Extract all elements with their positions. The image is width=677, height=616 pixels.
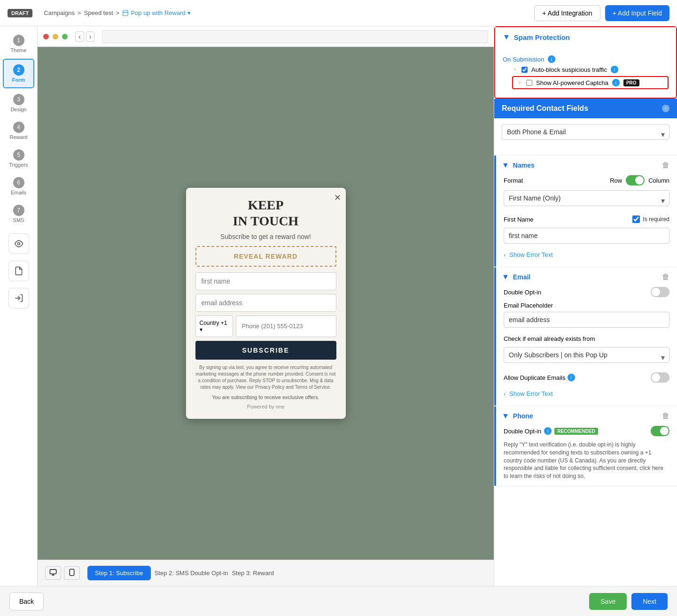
first-name-field-input[interactable] bbox=[504, 228, 669, 244]
popup-title: KEEPIN TOUCH bbox=[195, 197, 336, 229]
sidebar-item-triggers[interactable]: 5 Triggers bbox=[0, 145, 37, 172]
names-show-error[interactable]: › Show Error Text bbox=[504, 248, 669, 261]
svg-rect-4 bbox=[50, 570, 56, 574]
double-optin-label: Double Opt-in bbox=[504, 289, 541, 296]
steps-bar: Step 1: Subscribe Step 2: SMS Double Opt… bbox=[38, 560, 494, 586]
popup-modal: ✕ KEEPIN TOUCH Subscribe to get a reward… bbox=[186, 188, 346, 418]
allow-duplicates-toggle[interactable] bbox=[651, 372, 669, 383]
names-delete-icon[interactable]: 🗑 bbox=[662, 161, 669, 169]
double-optin-toggle[interactable] bbox=[651, 287, 669, 297]
on-submission-label: On Submission bbox=[503, 56, 544, 63]
spam-protection-title: Spam Protection bbox=[514, 33, 570, 41]
reveal-reward-button[interactable]: REVEAL REWARD bbox=[195, 246, 336, 267]
recommended-badge: RECOMMENDED bbox=[554, 428, 598, 435]
phone-double-optin-row: Double Opt-in i RECOMMENDED bbox=[504, 427, 598, 435]
format-row-label: Row bbox=[610, 177, 622, 184]
captcha-checkbox[interactable] bbox=[526, 80, 532, 86]
dot-red bbox=[43, 34, 49, 39]
sidebar-item-sms[interactable]: 7 SMS bbox=[0, 200, 37, 228]
dot-yellow bbox=[53, 34, 58, 39]
popup-close-button[interactable]: ✕ bbox=[334, 192, 341, 203]
email-placeholder-label: Email Placeholder bbox=[504, 302, 669, 309]
email-section-title: Email bbox=[513, 273, 530, 281]
popup-subtitle: Subscribe to get a reward now! bbox=[195, 233, 336, 240]
sidebar-item-theme[interactable]: 1 Theme bbox=[0, 30, 37, 58]
signin-icon-button[interactable] bbox=[8, 288, 29, 308]
powered-by: Powered by one bbox=[195, 404, 336, 409]
required-contact-fields-title: Required Contact Fields bbox=[502, 104, 658, 113]
first-name-required-checkbox[interactable] bbox=[632, 216, 640, 223]
pro-badge: PRO bbox=[623, 79, 639, 86]
step1-button[interactable]: Step 1: Subscribe bbox=[87, 566, 151, 580]
sidebar-item-emails[interactable]: 6 Emails bbox=[0, 172, 37, 200]
check-email-select[interactable]: Only Subscribers | on this Pop Up bbox=[504, 347, 669, 363]
document-icon-button[interactable] bbox=[8, 261, 29, 281]
preview-icon-button[interactable] bbox=[8, 233, 29, 254]
preview-content: ✕ KEEPIN TOUCH Subscribe to get a reward… bbox=[38, 47, 494, 560]
country-select[interactable]: Country +1 ▾ bbox=[195, 316, 233, 337]
phone-section-title: Phone bbox=[513, 412, 533, 420]
nav-forward-button[interactable]: › bbox=[86, 31, 95, 42]
preview-area: ‹ › ✕ KEEPIN TOUCH Subscribe to get a re… bbox=[38, 26, 494, 586]
phone-delete-icon[interactable]: 🗑 bbox=[662, 412, 669, 420]
email-show-error[interactable]: › Show Error Text bbox=[504, 387, 669, 400]
names-title: Names bbox=[513, 162, 535, 169]
breadcrumb-speed-test: Speed test bbox=[84, 9, 113, 16]
sidebar-item-reward[interactable]: 4 Reward bbox=[0, 117, 37, 145]
auto-block-info-icon[interactable]: i bbox=[611, 66, 618, 73]
breadcrumb-current: Pop up with Reward bbox=[131, 9, 185, 16]
name-format-select[interactable]: First Name (Only) Last Name (Only) First… bbox=[504, 190, 669, 206]
first-name-field-label: First Name bbox=[504, 216, 534, 223]
breadcrumb-campaigns: Campaigns bbox=[44, 9, 75, 16]
phone-input[interactable] bbox=[236, 316, 336, 337]
next-button[interactable]: Next bbox=[631, 593, 668, 610]
required-contact-fields-header: Required Contact Fields i bbox=[494, 99, 677, 118]
popup-offers: You are subscribing to receive exclusive… bbox=[195, 394, 336, 400]
sidebar: 1 Theme 2 Form 3 Design 4 Reward 5 Trigg… bbox=[0, 26, 38, 586]
email-input[interactable] bbox=[195, 294, 336, 312]
required-contact-info-icon[interactable]: i bbox=[662, 105, 669, 112]
captcha-info-icon[interactable]: i bbox=[612, 79, 620, 86]
svg-point-2 bbox=[17, 243, 20, 245]
nav-back-button[interactable]: ‹ bbox=[75, 31, 84, 42]
sidebar-item-form[interactable]: 2 Form bbox=[3, 59, 34, 88]
add-integration-button[interactable]: + Add Integration bbox=[534, 5, 600, 21]
allow-duplicates-label: Allow Duplicate Emails i bbox=[504, 374, 575, 381]
format-toggle-switch[interactable] bbox=[626, 175, 645, 185]
is-required-label: Is required bbox=[643, 216, 669, 223]
step3-label[interactable]: Step 3: Reward bbox=[232, 570, 274, 577]
breadcrumb: Campaigns > Speed test > Pop up with Rew… bbox=[44, 9, 190, 16]
on-submission-info-icon[interactable]: i bbox=[548, 55, 555, 63]
desktop-view-button[interactable] bbox=[45, 566, 61, 580]
save-button[interactable]: Save bbox=[589, 593, 627, 610]
format-label: Format bbox=[504, 177, 523, 184]
contact-fields-select[interactable]: Both Phone & Email Email Only Phone Only… bbox=[502, 124, 669, 140]
email-placeholder-input[interactable] bbox=[504, 312, 669, 328]
phone-optin-info-icon[interactable]: i bbox=[544, 427, 552, 435]
subscribe-button[interactable]: SUBSCRIBE bbox=[195, 341, 336, 360]
bottom-bar: Back Save Next bbox=[0, 586, 677, 616]
url-bar bbox=[102, 30, 488, 43]
format-column-label: Column bbox=[648, 177, 669, 184]
svg-rect-0 bbox=[123, 10, 128, 15]
back-button[interactable]: Back bbox=[9, 593, 44, 610]
dot-green bbox=[62, 34, 68, 39]
check-email-label: Check if email already exists from bbox=[504, 335, 595, 342]
phone-optin-desc: Reply "Y" text verification (i.e. double… bbox=[504, 441, 669, 480]
auto-block-label: Auto-block suspicious traffic bbox=[531, 66, 607, 73]
auto-block-checkbox[interactable] bbox=[521, 67, 528, 73]
sidebar-item-design[interactable]: 3 Design bbox=[0, 89, 37, 117]
email-delete-icon[interactable]: 🗑 bbox=[662, 273, 669, 281]
popup-legal: By signing up via text, you agree to rec… bbox=[195, 364, 336, 391]
add-input-field-button[interactable]: + Add Input Field bbox=[605, 5, 669, 21]
mobile-view-button[interactable] bbox=[64, 566, 80, 580]
first-name-input[interactable] bbox=[195, 272, 336, 290]
captcha-label: Show AI-powered Captcha bbox=[536, 79, 608, 86]
allow-dup-info-icon[interactable]: i bbox=[568, 374, 575, 381]
draft-badge: DRAFT bbox=[8, 9, 32, 17]
right-panel: ▼ Spam Protection On Submission i Auto-b… bbox=[494, 26, 677, 586]
step2-label[interactable]: Step 2: SMS Double Opt-in bbox=[155, 570, 228, 577]
phone-double-optin-toggle[interactable] bbox=[651, 426, 669, 436]
